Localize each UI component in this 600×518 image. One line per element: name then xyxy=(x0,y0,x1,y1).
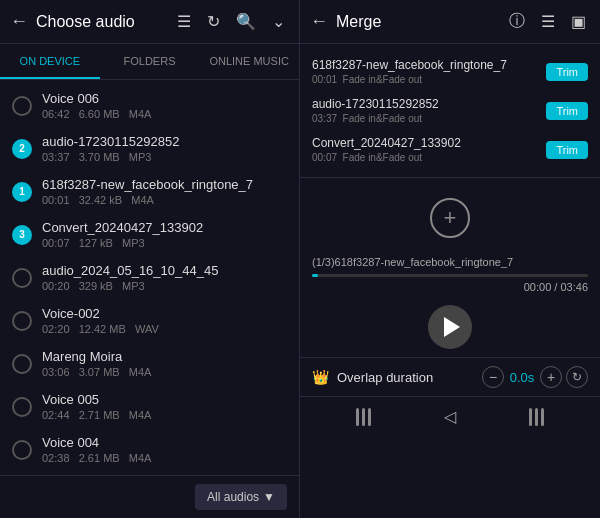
merge-item-info: audio-17230115292852 03:37 Fade in&Fade … xyxy=(312,97,538,124)
expand-icon[interactable]: ▣ xyxy=(567,10,590,33)
trim-button[interactable]: Trim xyxy=(546,63,588,81)
overlap-decrease-button[interactable]: − xyxy=(482,366,504,388)
left-panel-title: Choose audio xyxy=(36,13,165,31)
audio-list-item[interactable]: 2 audio-17230115292852 03:37 3.70 MB MP3 xyxy=(0,127,299,170)
crown-icon: 👑 xyxy=(312,369,329,385)
audio-meta: 02:38 2.61 MB M4A xyxy=(42,452,151,464)
tabs-container: ON DEVICE FOLDERS ONLINE MUSIC xyxy=(0,44,299,80)
overlap-value: 0.0s xyxy=(508,370,536,385)
audio-meta: 06:42 6.60 MB M4A xyxy=(42,108,151,120)
left-nav-icon[interactable] xyxy=(356,407,371,426)
left-header: ← Choose audio ☰ ↻ 🔍 ⌄ xyxy=(0,0,299,44)
right-panel: ← Merge ⓘ ☰ ▣ 618f3287-new_facebook_ring… xyxy=(300,0,600,518)
radio-circle xyxy=(12,354,32,374)
audio-name: 618f3287-new_facebook_ringtone_7 xyxy=(42,177,253,192)
audio-meta: 03:06 3.07 MB M4A xyxy=(42,366,151,378)
audio-list: Voice 006 06:42 6.60 MB M4A 2 audio-1723… xyxy=(0,80,299,475)
nav-line: ◁ xyxy=(300,407,600,426)
radio-circle xyxy=(12,440,32,460)
audio-info: Convert_20240427_133902 00:07 127 kB MP3 xyxy=(42,220,203,249)
playback-section: (1/3)618f3287-new_facebook_ringtone_7 00… xyxy=(300,248,600,297)
audio-name: audio-17230115292852 xyxy=(42,134,179,149)
home-nav-icon[interactable]: ◁ xyxy=(444,407,456,426)
merge-item-info: 618f3287-new_facebook_ringtone_7 00:01 F… xyxy=(312,58,538,85)
all-audios-button[interactable]: All audios ▼ xyxy=(195,484,287,510)
audio-meta: 02:44 2.71 MB M4A xyxy=(42,409,151,421)
radio-circle xyxy=(12,397,32,417)
search-icon[interactable]: 🔍 xyxy=(232,10,260,33)
left-panel: ← Choose audio ☰ ↻ 🔍 ⌄ ON DEVICE FOLDERS… xyxy=(0,0,300,518)
audio-meta: 00:07 127 kB MP3 xyxy=(42,237,203,249)
audio-list-item[interactable]: Voice 006 06:42 6.60 MB M4A xyxy=(0,84,299,127)
merge-item-meta: 00:01 Fade in&Fade out xyxy=(312,74,538,85)
right-header: ← Merge ⓘ ☰ ▣ xyxy=(300,0,600,44)
merge-list-item[interactable]: audio-17230115292852 03:37 Fade in&Fade … xyxy=(300,91,600,130)
back-icon[interactable]: ← xyxy=(10,11,28,32)
total-time: 03:46 xyxy=(560,281,588,293)
overlap-reset-button[interactable]: ↻ xyxy=(566,366,588,388)
tab-online-music[interactable]: ONLINE MUSIC xyxy=(199,44,299,79)
merge-item-meta: 00:07 Fade in&Fade out xyxy=(312,152,538,163)
merge-item-meta: 03:37 Fade in&Fade out xyxy=(312,113,538,124)
right-back-icon[interactable]: ← xyxy=(310,11,328,32)
audio-meta: 00:01 32.42 kB M4A xyxy=(42,194,253,206)
radio-circle xyxy=(12,268,32,288)
plus-icon: + xyxy=(444,205,457,231)
refresh-icon[interactable]: ↻ xyxy=(203,10,224,33)
trim-button[interactable]: Trim xyxy=(546,102,588,120)
add-track-button[interactable]: + xyxy=(430,198,470,238)
audio-list-item[interactable]: Voice 004 02:38 2.61 MB M4A xyxy=(0,428,299,471)
merge-item-info: Convert_20240427_133902 00:07 Fade in&Fa… xyxy=(312,136,538,163)
chevron-down-icon[interactable]: ⌄ xyxy=(268,10,289,33)
audio-list-item[interactable]: Voice 005 02:44 2.71 MB M4A xyxy=(0,385,299,428)
merge-list-item[interactable]: 618f3287-new_facebook_ringtone_7 00:01 F… xyxy=(300,52,600,91)
audio-name: Voice-002 xyxy=(42,306,159,321)
dropdown-arrow-icon: ▼ xyxy=(263,490,275,504)
audio-name: Convert_20240427_133902 xyxy=(42,220,203,235)
play-button[interactable] xyxy=(428,305,472,349)
audio-name: audio_2024_05_16_10_44_45 xyxy=(42,263,218,278)
audio-info: 618f3287-new_facebook_ringtone_7 00:01 3… xyxy=(42,177,253,206)
overlap-label: Overlap duration xyxy=(337,370,474,385)
audio-meta: 03:37 3.70 MB MP3 xyxy=(42,151,179,163)
time-display: 00:00 / 03:46 xyxy=(312,281,588,293)
audio-list-item[interactable]: Mareng Moira 03:06 3.07 MB M4A xyxy=(0,342,299,385)
audio-info: Voice 005 02:44 2.71 MB M4A xyxy=(42,392,151,421)
radio-circle: 2 xyxy=(12,139,32,159)
audio-list-item[interactable]: audio_2024_05_16_10_44_45 00:20 329 kB M… xyxy=(0,256,299,299)
radio-circle: 1 xyxy=(12,182,32,202)
overlap-increase-button[interactable]: + xyxy=(540,366,562,388)
audio-name: Mareng Moira xyxy=(42,349,151,364)
overlap-section: 👑 Overlap duration − 0.0s + ↻ xyxy=(300,357,600,396)
audio-list-item[interactable]: Voice-002 02:20 12.42 MB WAV xyxy=(0,299,299,342)
audio-meta: 02:20 12.42 MB WAV xyxy=(42,323,159,335)
progress-bar[interactable] xyxy=(312,274,588,277)
play-btn-container xyxy=(300,297,600,357)
add-btn-container: + xyxy=(300,178,600,248)
merge-item-name: audio-17230115292852 xyxy=(312,97,538,111)
audio-meta: 00:20 329 kB MP3 xyxy=(42,280,218,292)
audio-info: audio-17230115292852 03:37 3.70 MB MP3 xyxy=(42,134,179,163)
audio-name: Voice 004 xyxy=(42,435,151,450)
tab-folders[interactable]: FOLDERS xyxy=(100,44,200,79)
bottom-nav: ◁ xyxy=(300,396,600,436)
right-nav-icon[interactable] xyxy=(529,407,544,426)
menu-icon[interactable]: ☰ xyxy=(173,10,195,33)
help-icon[interactable]: ⓘ xyxy=(505,9,529,34)
right-menu-icon[interactable]: ☰ xyxy=(537,10,559,33)
merge-list: 618f3287-new_facebook_ringtone_7 00:01 F… xyxy=(300,44,600,178)
radio-circle xyxy=(12,311,32,331)
audio-list-item[interactable]: 3 Convert_20240427_133902 00:07 127 kB M… xyxy=(0,213,299,256)
trim-button[interactable]: Trim xyxy=(546,141,588,159)
play-icon xyxy=(444,317,460,337)
right-panel-title: Merge xyxy=(336,13,497,31)
merge-list-item[interactable]: Convert_20240427_133902 00:07 Fade in&Fa… xyxy=(300,130,600,169)
audio-list-item[interactable]: 1 618f3287-new_facebook_ringtone_7 00:01… xyxy=(0,170,299,213)
audio-name: Voice 006 xyxy=(42,91,151,106)
all-audios-label: All audios xyxy=(207,490,259,504)
tab-on-device[interactable]: ON DEVICE xyxy=(0,44,100,79)
radio-circle: 3 xyxy=(12,225,32,245)
audio-info: Voice 006 06:42 6.60 MB M4A xyxy=(42,91,151,120)
left-footer: All audios ▼ xyxy=(0,475,299,518)
audio-info: Voice-002 02:20 12.42 MB WAV xyxy=(42,306,159,335)
